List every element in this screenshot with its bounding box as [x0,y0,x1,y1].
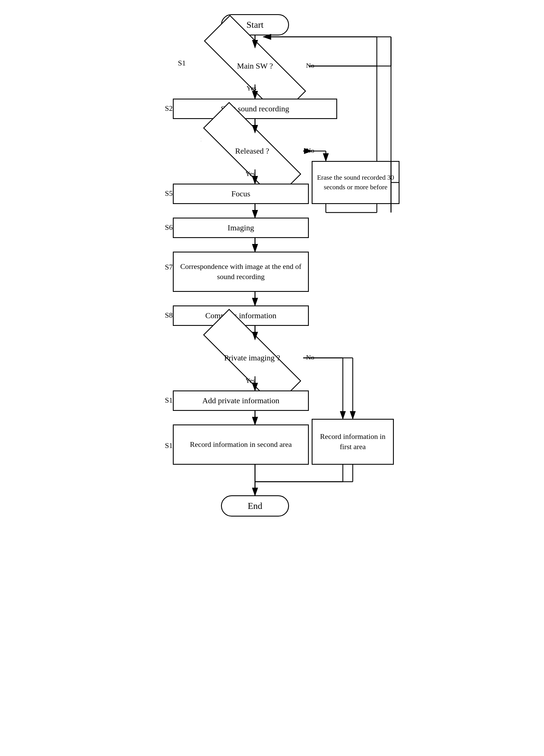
s8-text: Compress information [205,311,276,320]
end-terminal: End [221,495,289,517]
s11-text: Add private information [202,396,279,405]
s4-process: Erase the sound recorded 30 seconds or m… [312,161,399,204]
s2-label: S2 [165,104,173,113]
s12-text: Record information in second area [190,439,292,450]
s9-text: Private imaging ? [224,353,280,362]
start-label: Start [247,20,263,30]
s1-label: S1 [178,59,186,67]
s5-label: S5 [165,189,173,198]
s7-process: Correspondence with image at the end of … [173,252,309,292]
s9-decision: Private imaging ? [201,339,303,376]
s1-text: Main SW ? [237,61,273,71]
s6-process: Imaging [173,218,309,238]
s3-decision: Released ? [201,133,303,169]
s9-yes-label: Yes [245,377,255,385]
s2-process: Start sound recording [173,99,337,119]
s5-text: Focus [231,189,250,198]
s7-label: S7 [165,263,173,271]
s1-decision: Main SW ? [201,48,309,84]
s9-no-label: No [306,354,314,361]
s1-no-label: No [306,62,314,69]
s1-yes-label: Yes [247,84,256,92]
s10-process: Record information in first area [312,419,394,465]
s3-text: Released ? [235,146,269,156]
s6-text: Imaging [228,223,254,232]
s4-text: Erase the sound recorded 30 seconds or m… [317,173,394,192]
s6-label: S6 [165,223,173,232]
s8-label: S8 [165,311,173,320]
s5-process: Focus [173,184,309,204]
s10-text: Record information in first area [317,432,388,452]
flowchart: Start S1 Main SW ? Yes No S2 Start sound… [145,6,399,742]
s11-process: Add private information [173,390,309,411]
s3-yes-label: Yes [245,170,255,178]
s7-text: Correspondence with image at the end of … [178,262,303,282]
s12-process: Record information in second area [173,424,309,465]
end-label: End [248,501,262,511]
s3-no-label: No [306,147,314,154]
